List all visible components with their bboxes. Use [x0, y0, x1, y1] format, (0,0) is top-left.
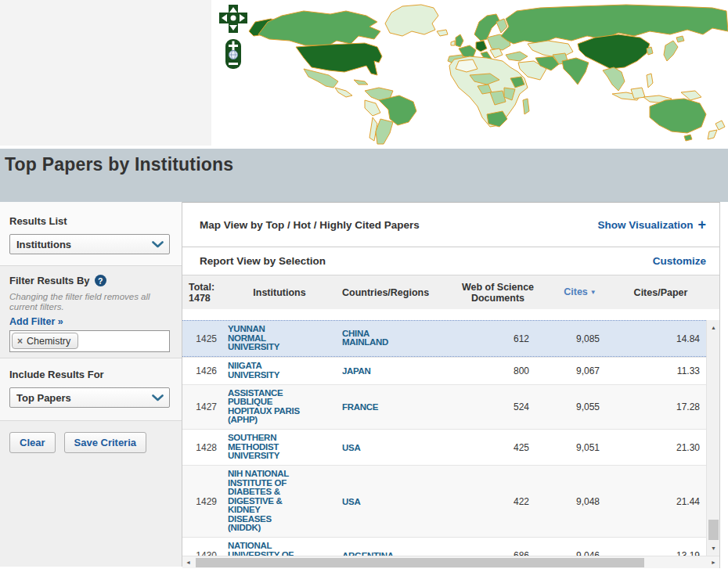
clear-button[interactable]: Clear: [9, 432, 56, 453]
country-shape[interactable]: [664, 41, 678, 61]
zoom-in-icon-bar[interactable]: [232, 41, 235, 51]
institution-link[interactable]: NIH NATIONAL INSTITUTE OF DIABETES & DIG…: [228, 470, 289, 533]
zoom-out-icon[interactable]: [229, 63, 238, 65]
country-shape[interactable]: [647, 47, 653, 55]
horizontal-scrollbar-track[interactable]: [194, 556, 708, 569]
map-pan-control[interactable]: [219, 5, 247, 33]
country-shape[interactable]: [562, 58, 589, 85]
scroll-left-icon[interactable]: ◄: [182, 556, 194, 569]
continent-africa[interactable]: [449, 56, 529, 127]
world-map[interactable]: [211, 0, 728, 146]
country-shape[interactable]: [335, 88, 352, 97]
chevron-down-icon: [152, 241, 164, 248]
table-header: Total: 1478 Institutions Countries/Regio…: [182, 275, 719, 309]
country-shape[interactable]: [304, 69, 338, 88]
country-shape[interactable]: [476, 41, 487, 52]
institution-link[interactable]: SOUTHERN METHODIST UNIVERSITY: [228, 434, 279, 461]
country-shape[interactable]: [376, 119, 393, 144]
table-row[interactable]: 1425 YUNNAN NORMAL UNIVERSITY CHINA MAIN…: [182, 320, 706, 357]
country-shape[interactable]: [354, 80, 368, 85]
country-shape[interactable]: [715, 121, 725, 130]
cites-value: 9,085: [545, 329, 615, 348]
filter-section: Filter Results By ? Changing the filter …: [0, 266, 182, 358]
country-shape[interactable]: [385, 5, 438, 36]
total-label: Total:: [189, 282, 222, 293]
country-shape[interactable]: [456, 34, 463, 47]
save-criteria-button[interactable]: Save Criteria: [64, 432, 147, 453]
include-results-select[interactable]: Top Papers: [9, 387, 170, 408]
country-link[interactable]: USA: [342, 498, 360, 507]
table-row[interactable]: 1426 NIIGATA UNIVERSITY JAPAN 800 9,067 …: [182, 357, 706, 384]
scroll-right-icon[interactable]: ►: [708, 556, 719, 569]
page-background-block: [0, 0, 211, 146]
column-header-institutions[interactable]: Institutions: [222, 287, 337, 298]
country-link[interactable]: JAPAN: [342, 367, 371, 376]
country-shape[interactable]: [708, 130, 717, 139]
country-link[interactable]: CHINA MAINLAND: [342, 329, 388, 347]
criteria-buttons-section: Clear Save Criteria: [0, 421, 182, 567]
vertical-scrollbar[interactable]: ▲ ▼: [706, 320, 719, 556]
column-header-countries[interactable]: Countries/Regions: [337, 287, 451, 298]
table-row[interactable]: 1428 SOUTHERN METHODIST UNIVERSITY USA 4…: [182, 429, 706, 465]
cites-per-paper-value: 17.28: [615, 398, 706, 416]
rank-value: 1426: [182, 362, 222, 380]
results-list-value: Institutions: [16, 239, 71, 250]
results-list-select[interactable]: Institutions: [9, 234, 170, 254]
country-shape[interactable]: [684, 135, 692, 141]
horizontal-scrollbar[interactable]: ◄ ►: [182, 556, 719, 568]
cites-per-paper-value: 21.30: [615, 438, 706, 457]
scroll-up-icon[interactable]: ▲: [707, 322, 719, 333]
country-shape[interactable]: [487, 111, 507, 127]
table-row[interactable]: 1430 NATIONAL UNIVERSITY OF ROSARIO ARGE…: [182, 537, 706, 556]
column-header-documents[interactable]: Web of Science Documents: [451, 282, 545, 304]
country-shape[interactable]: [650, 99, 706, 133]
country-shape[interactable]: [258, 11, 380, 45]
filter-input[interactable]: × Chemistry: [9, 330, 170, 352]
cites-value: 9,067: [545, 362, 615, 380]
report-view-bar: Report View by Selection Customize: [182, 247, 719, 275]
cites-per-paper-value: 14.84: [615, 329, 706, 348]
column-header-cites-per-paper[interactable]: Cites/Paper: [615, 287, 706, 298]
country-link[interactable]: USA: [342, 444, 360, 453]
cites-value: 9,046: [545, 546, 615, 556]
horizontal-scrollbar-thumb[interactable]: [196, 558, 644, 567]
filter-note: Changing the filter field removes all cu…: [9, 292, 158, 312]
cites-per-paper-value: 11.33: [615, 362, 706, 380]
column-header-cites[interactable]: Cites▼: [545, 286, 615, 298]
table-row[interactable]: 1429 NIH NATIONAL INSTITUTE OF DIABETES …: [182, 465, 706, 537]
country-shape[interactable]: [523, 99, 529, 114]
show-visualization-link[interactable]: Show Visualization +: [597, 218, 706, 232]
country-shape[interactable]: [506, 52, 528, 61]
vertical-scrollbar-thumb[interactable]: [708, 520, 719, 540]
country-shape[interactable]: [603, 67, 625, 91]
institution-link[interactable]: NATIONAL UNIVERSITY OF ROSARIO: [228, 542, 294, 556]
map-zoom-control[interactable]: [225, 39, 241, 69]
country-shape[interactable]: [437, 30, 448, 36]
country-shape[interactable]: [451, 41, 455, 45]
continent-south-america[interactable]: [365, 88, 416, 144]
table-row[interactable]: 1427 ASSISTANCE PUBLIQUE HOPITAUX PARIS …: [182, 384, 706, 430]
add-filter-link[interactable]: Add Filter »: [9, 316, 63, 327]
country-shape[interactable]: [365, 100, 380, 116]
country-shape[interactable]: [647, 74, 653, 88]
sort-desc-icon: ▼: [590, 289, 596, 296]
country-link[interactable]: ARGENTINA: [342, 552, 394, 556]
institution-link[interactable]: NIIGATA UNIVERSITY: [228, 362, 279, 380]
scroll-down-icon[interactable]: ▼: [707, 542, 719, 554]
institution-link[interactable]: YUNNAN NORMAL UNIVERSITY: [228, 325, 279, 352]
chip-remove-icon[interactable]: ×: [17, 336, 23, 347]
cites-value: 9,055: [545, 398, 615, 416]
country-shape[interactable]: [676, 36, 684, 42]
help-icon[interactable]: ?: [95, 275, 106, 286]
cites-per-paper-value: 13.19: [615, 546, 706, 556]
documents-value: 612: [451, 329, 545, 348]
customize-link[interactable]: Customize: [653, 255, 706, 267]
country-link[interactable]: FRANCE: [342, 403, 378, 412]
filter-chip-chemistry[interactable]: × Chemistry: [12, 333, 78, 349]
continent-north-america[interactable]: [249, 5, 438, 97]
rank-value: 1427: [182, 398, 222, 416]
results-list-label: Results List: [9, 215, 171, 227]
institution-link[interactable]: ASSISTANCE PUBLIQUE HOPITAUX PARIS (APHP…: [228, 389, 300, 425]
continent-asia[interactable]: [501, 5, 728, 103]
continent-oceania[interactable]: [650, 99, 725, 141]
